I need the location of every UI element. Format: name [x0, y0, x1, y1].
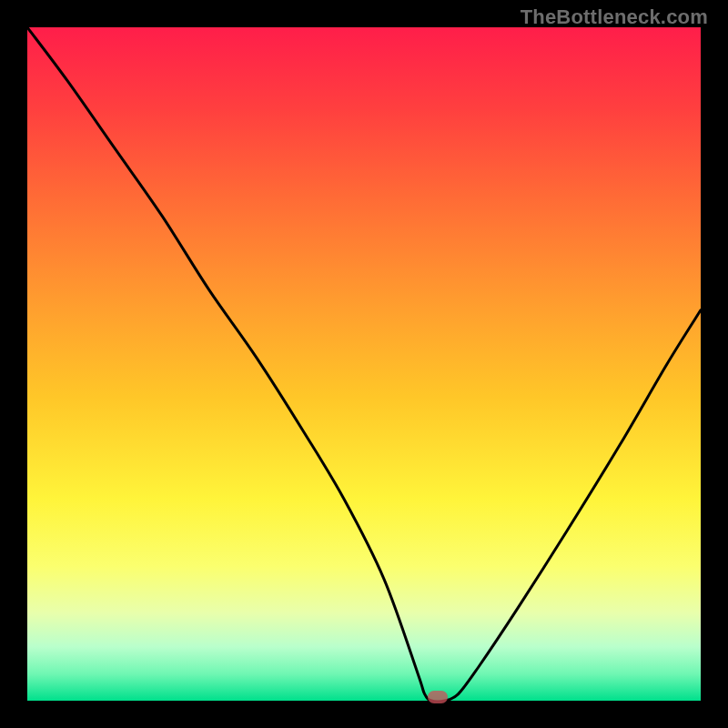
- plot-area: [27, 27, 701, 701]
- optimal-point-marker: [428, 691, 448, 703]
- chart-frame: TheBottleneck.com: [0, 0, 728, 728]
- watermark-text: TheBottleneck.com: [521, 5, 708, 29]
- bottleneck-curve: [27, 27, 701, 701]
- curve-svg: [27, 27, 701, 701]
